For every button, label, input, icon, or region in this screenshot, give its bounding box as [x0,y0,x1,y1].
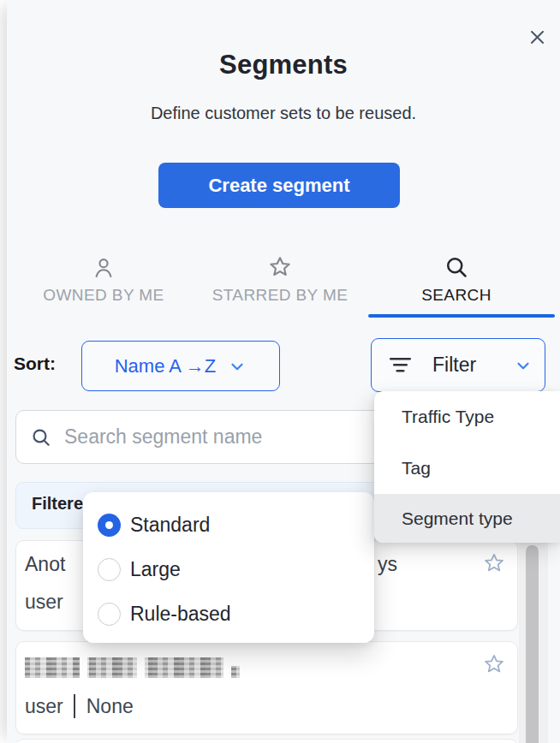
menu-item-traffic-type[interactable]: Traffic Type [374,391,560,443]
star-icon [482,551,506,575]
star-toggle-button[interactable] [482,652,508,678]
segment-meta-owner: user [25,695,63,718]
tab-search[interactable]: SEARCH [368,253,545,312]
star-icon [482,652,506,676]
radio-selected-icon [98,514,121,537]
redacted-segment-name [25,657,240,678]
menu-item-tag[interactable]: Tag [374,443,560,494]
menu-item-label: Traffic Type [402,407,494,427]
meta-divider [74,694,75,718]
active-tab-underline [368,314,555,318]
segment-list-item-partial[interactable] [15,739,518,743]
filter-label: Filter [432,354,476,377]
segment-name-fragment: ys [378,553,397,576]
create-segment-button[interactable]: Create segment [158,163,400,208]
radio-option-standard[interactable]: Standard [83,502,374,547]
menu-item-label: Tag [402,458,431,478]
segment-name-fragment: Anot [25,553,65,576]
person-icon [15,253,192,280]
sort-dropdown[interactable]: Name A →Z [81,341,280,391]
radio-option-label: Large [130,558,181,581]
tab-search-label: SEARCH [368,286,545,305]
sort-label: Sort: [14,354,56,374]
segment-list-item[interactable]: user None [15,641,518,734]
star-toggle-button[interactable] [482,551,508,577]
page-title: Segments [7,50,560,80]
tab-starred-by-me-label: STARRED BY ME [192,286,368,305]
tab-owned-by-me[interactable]: OWNED BY ME [15,253,192,312]
segment-meta-tag: None [86,695,134,718]
menu-item-segment-type[interactable]: Segment type [374,494,560,543]
sort-value: Name A →Z [115,355,217,377]
radio-unselected-icon [98,603,121,626]
search-icon [30,426,52,449]
search-icon [368,253,545,280]
filter-dropdown[interactable]: Filter [371,338,545,392]
segments-panel: Segments Define customer sets to be reus… [7,0,560,743]
radio-option-large[interactable]: Large [83,547,374,591]
page-subtitle: Define customer sets to be reused. [7,104,560,123]
filter-options-menu: Traffic Type Tag Segment type [374,391,560,543]
radio-unselected-icon [98,558,121,581]
segment-meta-owner: user [25,591,63,614]
radio-option-label: Standard [130,514,210,537]
close-button[interactable] [525,25,549,49]
scrollbar-thumb[interactable] [526,545,539,743]
close-icon [529,29,545,45]
menu-item-label: Segment type [402,508,513,529]
filter-lines-icon [389,355,412,375]
radio-option-rule-based[interactable]: Rule-based [83,591,374,636]
tab-starred-by-me[interactable]: STARRED BY ME [192,253,368,312]
star-icon [192,253,368,280]
radio-option-label: Rule-based [130,603,231,626]
chevron-down-icon [228,357,247,376]
tab-owned-by-me-label: OWNED BY ME [15,286,192,305]
chevron-down-icon [514,356,533,375]
segment-type-options-dropdown: Standard Large Rule-based [83,492,374,643]
